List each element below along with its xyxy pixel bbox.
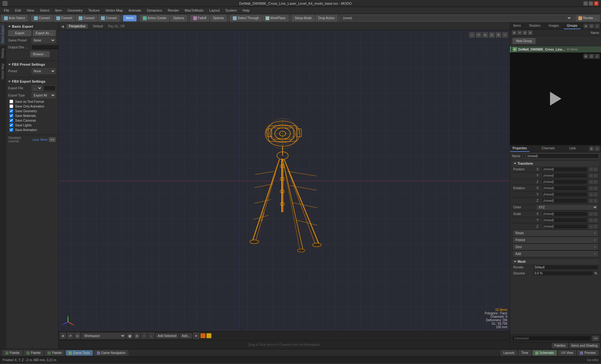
reset-button[interactable]: Reset ▾: [513, 230, 598, 236]
scene-item[interactable]: ▼ DeWalt_DW088K_Cross_Line... 15 Items: [510, 46, 601, 52]
items-button[interactable]: Items: [123, 15, 136, 21]
sb-icon-4[interactable]: ⊟: [528, 30, 532, 35]
render-button[interactable]: Render ...: [576, 15, 600, 21]
cmd-expand-button[interactable]: >>: [592, 336, 599, 341]
scale-y-input[interactable]: [542, 218, 587, 223]
game-preset-select[interactable]: None: [31, 37, 56, 43]
props-tab-lists[interactable]: Lists: [567, 145, 578, 152]
falloff-button[interactable]: Falloff: [190, 15, 209, 21]
fbx-preset-title[interactable]: FBX Preset Settings: [8, 63, 56, 66]
props-name-input[interactable]: [526, 153, 599, 159]
scale-x-input[interactable]: [542, 212, 587, 216]
side-tab-vector-map[interactable]: Vector Map: [0, 61, 5, 82]
transform-section-title[interactable]: Transform: [512, 161, 599, 166]
action-center-button[interactable]: Action Center: [140, 15, 170, 21]
props-tab-properties[interactable]: Properties: [510, 145, 530, 152]
workspace-drop-area[interactable]: Drag & Drop Items or Channels into the W…: [59, 340, 510, 349]
save-text-checkbox[interactable]: [9, 100, 13, 103]
menu-item[interactable]: Item: [53, 8, 64, 13]
time-tab[interactable]: Time: [519, 350, 531, 356]
save-lights-checkbox[interactable]: [9, 123, 13, 127]
save-cameras-checkbox[interactable]: [9, 119, 13, 122]
preview-tab[interactable]: Preview: [577, 350, 598, 356]
ws-grid-icon[interactable]: ▦: [126, 333, 133, 339]
maximize-button[interactable]: □: [589, 1, 593, 6]
viewport-canvas[interactable]: DEWALT: [59, 30, 510, 331]
rot-x-icon-2[interactable]: ▷: [593, 186, 598, 190]
palette-button-2[interactable]: Palette: [24, 350, 43, 356]
menu-dynamics[interactable]: Dynamics: [144, 8, 165, 13]
viewport-zoom-icon[interactable]: ⊕: [482, 32, 488, 38]
scale-y-icon-1[interactable]: ◁: [589, 218, 593, 223]
viewport-expand-icon[interactable]: ⤢: [502, 32, 508, 38]
browse-button[interactable]: Browse ...: [30, 51, 50, 57]
options-button-2[interactable]: Options: [210, 15, 227, 21]
sb-icon-1[interactable]: ⊕: [512, 30, 516, 35]
props-tab-channels[interactable]: Channels: [539, 145, 557, 152]
convert-button-4[interactable]: Convert: [98, 15, 120, 21]
workspace-select[interactable]: Workspace: [81, 333, 126, 339]
palette-button-3[interactable]: Palette: [45, 350, 65, 356]
ws-orange-btn[interactable]: [200, 333, 205, 338]
pos-y-icon-2[interactable]: ▷: [593, 174, 598, 178]
add-button[interactable]: Add ▾: [513, 251, 598, 256]
menu-vertex-map[interactable]: Vertex Map: [103, 8, 126, 13]
command-input[interactable]: [512, 336, 591, 341]
menu-system[interactable]: System: [223, 8, 239, 13]
scale-z-icon-2[interactable]: ▷: [593, 224, 598, 229]
position-z-input[interactable]: [542, 179, 587, 184]
viewport-tab-perspective[interactable]: Perspective: [66, 24, 88, 29]
rot-y-icon-2[interactable]: ▷: [593, 192, 598, 197]
setup-mode-button[interactable]: Setup Mode: [292, 15, 315, 21]
output-dir-input[interactable]: [31, 45, 59, 50]
order-select[interactable]: XYZ: [536, 205, 598, 210]
select-through-button[interactable]: Select Through: [230, 15, 262, 21]
right-tab-images[interactable]: Images: [546, 23, 562, 29]
layouts-tab[interactable]: Layouts: [501, 350, 517, 356]
menu-file[interactable]: File: [1, 8, 12, 13]
auto-select-button[interactable]: Auto Select: [1, 15, 28, 21]
ws-view-icon-1[interactable]: ⊟: [134, 333, 140, 339]
game-navigation-button[interactable]: Game Navigation: [94, 350, 128, 356]
menu-texture[interactable]: Texture: [86, 8, 102, 13]
menu-layout[interactable]: Layout: [207, 8, 222, 13]
convert-button-1[interactable]: Convert: [31, 15, 53, 21]
pos-z-icon-2[interactable]: ▷: [593, 180, 598, 184]
menu-edit[interactable]: Edit: [13, 8, 24, 13]
save-geometry-checkbox[interactable]: [9, 109, 13, 113]
items-shading-button[interactable]: Items and Shading: [569, 343, 600, 348]
rot-x-icon-1[interactable]: ◁: [589, 186, 593, 190]
zero-button[interactable]: Zero ▾: [513, 244, 598, 250]
export-file-input[interactable]: [44, 85, 56, 91]
uv-view-tab[interactable]: UV View: [558, 350, 576, 356]
ws-icon-3[interactable]: ⊡: [74, 333, 81, 339]
preset-select[interactable]: None: [31, 68, 56, 74]
rotation-y-input[interactable]: [542, 192, 587, 197]
export-button[interactable]: Export: [8, 30, 31, 36]
export-as-button[interactable]: Export As ...: [33, 30, 56, 36]
side-tab-basic-export[interactable]: Basic Export: [0, 23, 5, 46]
scale-z-icon-1[interactable]: ◁: [589, 224, 593, 229]
preview-icon-2[interactable]: ⊡: [589, 54, 594, 59]
viewport-reset-icon[interactable]: ↺: [476, 32, 481, 38]
export-type-select[interactable]: Export All: [31, 92, 56, 98]
menu-select[interactable]: Select: [37, 8, 52, 13]
menu-render[interactable]: Render: [165, 8, 182, 13]
expand-button[interactable]: >>: [49, 137, 56, 142]
ws-view-icon-2[interactable]: ↑: [141, 333, 147, 339]
pos-y-icon-1[interactable]: ◁: [589, 174, 593, 178]
right-tab-items[interactable]: Items: [510, 23, 524, 29]
ws-dropdown-icon[interactable]: ▾: [193, 333, 199, 339]
minimize-button[interactable]: ─: [583, 1, 588, 6]
save-materials-checkbox[interactable]: [9, 114, 13, 118]
ws-yellow-btn[interactable]: [206, 333, 211, 338]
ws-view-icon-3[interactable]: ↓: [148, 333, 154, 339]
props-icon-1[interactable]: ⊕: [589, 146, 594, 151]
preview-icon-1[interactable]: ⊕: [583, 54, 588, 59]
none-dropdown[interactable]: (none): [341, 15, 572, 21]
pos-x-icon-2[interactable]: ▷: [593, 167, 598, 172]
save-animation-only-checkbox[interactable]: [9, 104, 13, 108]
basic-export-title[interactable]: Basic Export: [8, 25, 56, 28]
props-expand-icon[interactable]: ⤢: [595, 146, 600, 151]
mesh-section-title[interactable]: Mesh: [512, 259, 599, 264]
